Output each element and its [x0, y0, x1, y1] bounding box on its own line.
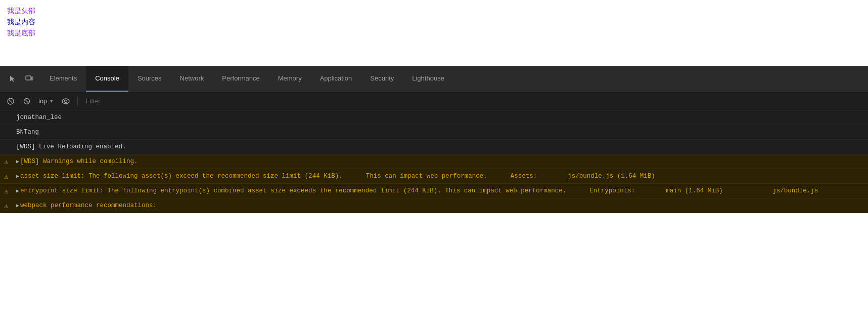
log-entry: BNTang	[0, 125, 868, 140]
tab-elements[interactable]: Elements	[40, 66, 86, 92]
context-label: top	[38, 98, 47, 105]
svg-rect-1	[31, 77, 33, 80]
log-text-line: This can impact web performance.	[343, 171, 487, 181]
device-toggle-button[interactable]	[22, 72, 36, 86]
log-text[interactable]: ▶entrypoint size limit: The following en…	[16, 186, 566, 196]
devtools-tab-bar: ElementsConsoleSourcesNetworkPerformance…	[0, 66, 868, 92]
log-text-line: js/bundle.js	[723, 186, 818, 196]
tab-lighthouse[interactable]: Lighthouse	[403, 66, 453, 92]
log-text-line: Assets:	[487, 171, 537, 181]
log-entry[interactable]: ⚠▶[WDS] Warnings while compiling.	[0, 154, 868, 169]
context-selector[interactable]: top ▼	[36, 97, 56, 106]
log-entry: jonathan_lee	[0, 110, 868, 125]
devtools-icon-group	[2, 72, 40, 86]
expand-arrow-icon: ▶	[16, 203, 19, 209]
log-text-line: js/bundle.js (1.64 MiB)	[537, 171, 655, 181]
warning-icon: ⚠	[4, 202, 8, 210]
block-button[interactable]	[20, 95, 33, 108]
expand-arrow-icon: ▶	[16, 174, 19, 179]
cursor-icon-button[interactable]	[6, 72, 20, 86]
context-arrow-icon: ▼	[49, 98, 54, 104]
svg-line-5	[25, 99, 29, 103]
log-text: jonathan_lee	[16, 112, 62, 123]
log-text: [WDS] Live Reloading enabled.	[16, 142, 126, 152]
svg-rect-0	[26, 76, 31, 80]
log-text: BNTang	[16, 127, 39, 137]
log-entry[interactable]: ⚠▶entrypoint size limit: The following e…	[0, 184, 868, 198]
tab-network[interactable]: Network	[171, 66, 213, 92]
svg-point-6	[62, 99, 69, 104]
page-body-text: 我是内容	[7, 16, 861, 27]
warning-icon: ⚠	[4, 172, 8, 181]
tab-performance[interactable]: Performance	[213, 66, 268, 92]
page-footer-text: 我是底部	[7, 27, 861, 38]
tab-application[interactable]: Application	[311, 66, 361, 92]
toolbar-divider	[77, 96, 78, 106]
log-entry[interactable]: ⚠▶asset size limit: The following asset(…	[0, 169, 868, 184]
log-text-line: main (1.64 MiB)	[635, 186, 723, 196]
clear-console-button[interactable]	[4, 95, 17, 108]
expand-arrow-icon: ▶	[16, 188, 19, 194]
log-text[interactable]: ▶asset size limit: The following asset(s…	[16, 171, 343, 181]
tab-sources[interactable]: Sources	[128, 66, 171, 92]
eye-button[interactable]	[59, 95, 72, 108]
log-entry[interactable]: ⚠▶webpack performance recommendations:	[0, 198, 868, 213]
console-toolbar: top ▼	[0, 92, 868, 110]
svg-line-3	[9, 100, 12, 103]
page-header-text: 我是头部	[7, 5, 861, 16]
svg-point-7	[64, 100, 67, 102]
log-text[interactable]: ▶[WDS] Warnings while compiling.	[16, 156, 138, 167]
page-content: 我是头部 我是内容 我是底部	[0, 0, 868, 66]
expand-arrow-icon: ▶	[16, 159, 19, 165]
tab-console[interactable]: Console	[86, 66, 128, 92]
console-log[interactable]: jonathan_leeBNTang[WDS] Live Reloading e…	[0, 110, 868, 213]
tab-memory[interactable]: Memory	[269, 66, 311, 92]
warning-icon: ⚠	[4, 187, 8, 195]
log-text-line: Entrypoints:	[566, 186, 635, 196]
log-text[interactable]: ▶webpack performance recommendations:	[16, 200, 157, 211]
log-entry: [WDS] Live Reloading enabled.	[0, 140, 868, 154]
devtools-panel: ElementsConsoleSourcesNetworkPerformance…	[0, 66, 868, 213]
filter-input[interactable]	[83, 96, 864, 106]
tab-security[interactable]: Security	[361, 66, 403, 92]
warning-icon: ⚠	[4, 157, 8, 166]
devtools-tabs: ElementsConsoleSourcesNetworkPerformance…	[40, 66, 453, 92]
